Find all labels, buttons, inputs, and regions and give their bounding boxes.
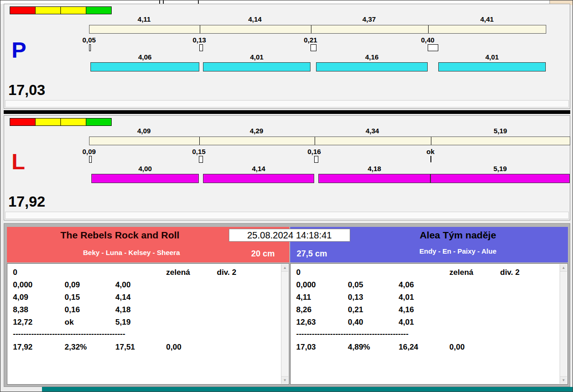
segment-separator bbox=[428, 25, 429, 33]
cumulative-time: 8,38 bbox=[13, 305, 28, 315]
segment-separator bbox=[199, 137, 200, 145]
team-members: Endy - En - Paixy - Alue bbox=[350, 247, 566, 255]
crossing-time: 0,15 bbox=[185, 148, 213, 155]
total-time: 17,92 bbox=[13, 343, 33, 352]
result-panel-left: 0 zelená div. 2 0,000 0,09 4,00 4,09 0,1… bbox=[7, 263, 289, 385]
scrollbar[interactable]: ▲ ▼ bbox=[560, 264, 567, 384]
crossing-ok-mark bbox=[430, 156, 431, 162]
loss-percent: 4,89% bbox=[348, 343, 370, 352]
dog-time: 5,19 bbox=[430, 165, 570, 173]
start-lights bbox=[10, 118, 111, 126]
dog-run-bar bbox=[91, 174, 199, 183]
race-track-bar bbox=[89, 137, 570, 145]
dog-run-bar bbox=[430, 174, 570, 183]
dog-time: 4,06 bbox=[90, 53, 199, 61]
split-time: 4,41 bbox=[428, 15, 546, 24]
light-green bbox=[86, 6, 112, 14]
net-time: 17,51 bbox=[115, 343, 135, 352]
crossing-gap-box bbox=[428, 44, 438, 51]
light-status: zelená bbox=[166, 268, 190, 277]
split-time: 5,19 bbox=[430, 127, 570, 135]
dog-time: 4,18 bbox=[318, 165, 430, 173]
segment-separator bbox=[311, 25, 311, 33]
dog-time: 4,14 bbox=[203, 165, 314, 173]
crossing-gap-box bbox=[199, 44, 203, 51]
dog-time: 4,16 bbox=[399, 305, 414, 315]
dog-time: 4,18 bbox=[115, 305, 131, 315]
split-time: 4,37 bbox=[310, 15, 428, 24]
dog-time: 4,01 bbox=[399, 293, 414, 302]
split-time: 4,14 bbox=[199, 15, 310, 24]
cumulative-time: 4,09 bbox=[13, 293, 28, 302]
light-green bbox=[86, 118, 112, 126]
cumulative-time: 0,000 bbox=[296, 280, 316, 290]
light-yellow-1 bbox=[35, 6, 61, 14]
window-edge-tick bbox=[163, 0, 164, 4]
light-yellow-2 bbox=[60, 118, 86, 126]
dog-run-bar bbox=[318, 174, 430, 183]
light-red bbox=[10, 6, 36, 14]
separator-line: ----------------------------------------… bbox=[296, 329, 408, 339]
crossing-time: 0,16 bbox=[300, 148, 328, 155]
race-track-bar bbox=[89, 25, 546, 34]
cumulative-time: 12,63 bbox=[296, 318, 316, 327]
crossing-time: 0,21 bbox=[348, 305, 363, 315]
dog-run-bar bbox=[203, 62, 310, 71]
cumulative-time: 0,000 bbox=[13, 280, 33, 290]
crossing-gap-box bbox=[310, 44, 316, 51]
crossing-time: 0,09 bbox=[75, 148, 103, 155]
crossing-time: 0,13 bbox=[348, 293, 363, 302]
window-edge-tick bbox=[159, 0, 160, 4]
crossing-time: 0,16 bbox=[65, 305, 80, 315]
lane-divider bbox=[4, 110, 570, 114]
crossing-time: ok bbox=[65, 318, 74, 327]
crossing-time: 0,05 bbox=[75, 36, 103, 44]
race-timestamp: 25.08.2024 14:18:41 bbox=[229, 229, 350, 242]
app-window: P 4,11 4,14 4,37 4,41 0,05 0,13 0,21 0,4… bbox=[0, 0, 573, 392]
scroll-up-icon[interactable]: ▲ bbox=[281, 264, 288, 272]
crossing-time: ok bbox=[417, 148, 444, 155]
crossing-gap-box bbox=[314, 156, 318, 163]
crossing-gap-box bbox=[89, 156, 92, 163]
segment-separator bbox=[200, 25, 200, 33]
division-label: div. 2 bbox=[217, 268, 236, 277]
faults-count: 0 bbox=[296, 268, 300, 277]
lane-total-time: 17,92 bbox=[8, 193, 45, 210]
scrollbar[interactable]: ▲ ▼ bbox=[281, 264, 288, 384]
crossing-time: 0,40 bbox=[348, 318, 363, 327]
loss-percent: 2,32% bbox=[65, 343, 87, 352]
scroll-up-icon[interactable]: ▲ bbox=[560, 264, 567, 272]
crossing-time: 0,09 bbox=[65, 280, 80, 290]
segment-separator bbox=[315, 137, 315, 145]
start-lights bbox=[10, 6, 111, 14]
crossing-time: 0,05 bbox=[348, 280, 363, 290]
scroll-down-icon[interactable]: ▼ bbox=[560, 376, 567, 384]
results-section: The Rebels Rock and Roll Beky - Luna - K… bbox=[4, 223, 570, 387]
light-yellow-2 bbox=[60, 6, 86, 14]
lane-status-strip bbox=[5, 100, 569, 107]
lane-total-time: 17,03 bbox=[8, 82, 45, 98]
faults-count: 0 bbox=[13, 268, 17, 277]
crossing-gap-box bbox=[89, 44, 91, 51]
crossing-time: 0,15 bbox=[65, 293, 80, 302]
dog-time: 4,00 bbox=[91, 165, 199, 173]
segment-separator bbox=[431, 137, 431, 145]
team-members: Beky - Luna - Kelsey - Sheera bbox=[7, 249, 256, 256]
lane-letter-p: P bbox=[12, 39, 26, 61]
jump-height: 27,5 cm bbox=[297, 249, 327, 259]
split-time: 4,34 bbox=[314, 127, 430, 135]
lane-letter-l: L bbox=[12, 151, 25, 173]
split-time: 4,11 bbox=[89, 15, 199, 24]
window-top-edge bbox=[0, 0, 573, 4]
dog-time: 4,00 bbox=[115, 280, 131, 290]
dog-time: 4,06 bbox=[399, 280, 414, 290]
scroll-down-icon[interactable]: ▼ bbox=[281, 376, 288, 384]
light-red bbox=[10, 118, 36, 126]
team-name: Alea Tým naděje bbox=[350, 230, 566, 241]
total-time: 17,03 bbox=[296, 343, 316, 352]
dog-time: 4,14 bbox=[115, 293, 131, 302]
light-yellow-1 bbox=[35, 118, 61, 126]
lane-status-strip bbox=[5, 212, 569, 219]
dog-time: 4,01 bbox=[399, 318, 414, 327]
result-panel-right: 0 zelená div. 2 0,000 0,05 4,06 4,11 0,1… bbox=[290, 263, 568, 385]
